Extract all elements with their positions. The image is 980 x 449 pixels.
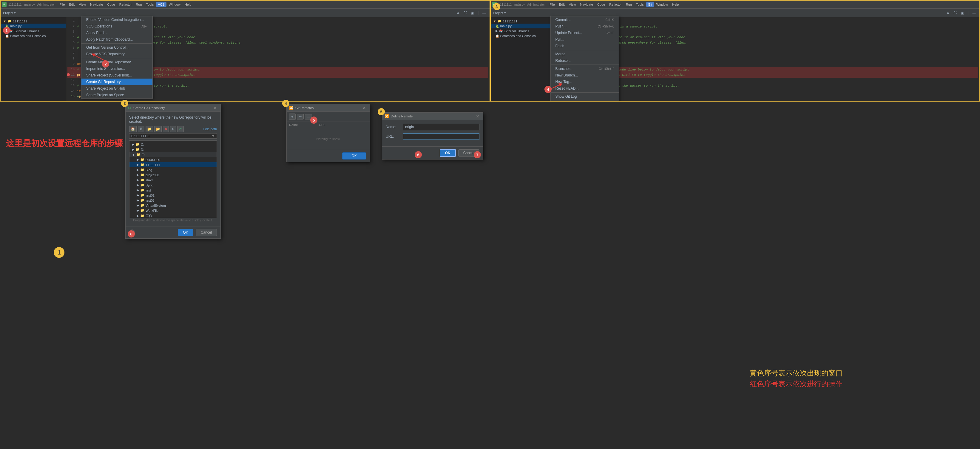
- vcs-create-git[interactable]: Create Git Repository...: [81, 78, 153, 85]
- right-menu-code[interactable]: Code: [595, 2, 607, 7]
- right-expand-btn[interactable]: ⛶: [952, 10, 958, 16]
- right-menu-run[interactable]: Run: [624, 2, 634, 7]
- git-show-log[interactable]: Show Git Log: [551, 93, 619, 100]
- tree-c[interactable]: ▶📁C:: [129, 142, 216, 147]
- tree-external-libs[interactable]: ▶ 📚 External Libraries: [1, 29, 66, 34]
- layout-btn[interactable]: ▣: [469, 10, 475, 16]
- refresh-btn[interactable]: ↻: [170, 126, 176, 132]
- define-remote-ok-btn[interactable]: OK: [440, 149, 456, 157]
- git-new-tag[interactable]: New Tag...: [551, 78, 619, 85]
- tree-test[interactable]: ▶📁test: [129, 188, 216, 193]
- edit-remote-btn[interactable]: ✏: [297, 114, 304, 120]
- menu-refactor[interactable]: Refactor: [118, 2, 134, 7]
- home-btn[interactable]: 🏠: [129, 126, 137, 132]
- right-menu-view[interactable]: View: [567, 2, 578, 7]
- tree-11111111[interactable]: ▶📁11111111: [129, 162, 216, 167]
- menu-window[interactable]: Window: [167, 2, 182, 7]
- menu-vcs[interactable]: VCS: [156, 2, 167, 7]
- right-menu-git[interactable]: Git: [646, 2, 654, 7]
- eye-btn[interactable]: 👁: [177, 126, 184, 132]
- menu-file[interactable]: File: [58, 2, 67, 7]
- badge-2: 2: [102, 60, 109, 67]
- tree-test01[interactable]: ▶📁test01: [129, 193, 216, 198]
- tree-strive[interactable]: ▶📁strive: [129, 177, 216, 182]
- right-layout-btn[interactable]: ▣: [959, 10, 966, 16]
- git-rebase[interactable]: Rebase...: [551, 58, 619, 64]
- gear-btn[interactable]: ⚙: [455, 10, 461, 16]
- right-gear-btn[interactable]: ⚙: [945, 10, 951, 16]
- right-menu-help[interactable]: Help: [670, 2, 681, 7]
- tree-root[interactable]: ▼ 📁 11111111: [1, 19, 66, 24]
- expand-btn[interactable]: ⛶: [462, 10, 468, 16]
- right-menu-window[interactable]: Window: [654, 2, 670, 7]
- git-merge[interactable]: Merge...: [551, 51, 619, 58]
- git-remotes-ok-btn[interactable]: OK: [342, 152, 366, 160]
- menu-view[interactable]: View: [77, 2, 88, 7]
- vcs-browse-repo[interactable]: Browse VCS Repository: [81, 51, 153, 58]
- right-menu-tools[interactable]: Tools: [634, 2, 646, 7]
- tree-blog[interactable]: ▶📁Blog: [129, 167, 216, 173]
- url-input[interactable]: [403, 133, 479, 140]
- tree-d[interactable]: ▶📁D:: [129, 147, 216, 152]
- desktop-btn[interactable]: 🖥: [138, 126, 145, 132]
- tree-workfile[interactable]: ▶📁WorkFile: [129, 208, 216, 213]
- right-tree-root[interactable]: ▼ 📁 11111111: [491, 19, 556, 24]
- vcs-dropdown-menu: Enable Version Control Integration... VC…: [81, 16, 153, 99]
- git-reset-head[interactable]: Reset HEAD...: [551, 85, 619, 92]
- tree-work[interactable]: ▶📁工作: [129, 213, 216, 218]
- git-commit[interactable]: Commit...Ctrl+K: [551, 16, 619, 23]
- tree-scratches[interactable]: 📋 Scratches and Consoles: [1, 34, 66, 38]
- git-push[interactable]: Push...Ctrl+Shift+K: [551, 23, 619, 30]
- tree-project00[interactable]: ▶📁project00: [129, 173, 216, 177]
- add-remote-btn[interactable]: +: [289, 113, 296, 120]
- git-fetch[interactable]: Fetch: [551, 43, 619, 49]
- tree-00000000[interactable]: ▶📁00000000: [129, 157, 216, 162]
- path-combo[interactable]: E:\11111111 ▼: [129, 133, 217, 139]
- tree-sync[interactable]: ▶📁Sync: [129, 182, 216, 188]
- vcs-import-subversion[interactable]: Import into Subversion...: [81, 66, 153, 72]
- menu-help[interactable]: Help: [183, 2, 193, 7]
- folder-btn[interactable]: 📁: [146, 126, 153, 132]
- tree-e[interactable]: ▼📁E:: [129, 152, 216, 157]
- right-menu-edit[interactable]: Edit: [557, 2, 566, 7]
- define-remote-close-btn[interactable]: ✕: [475, 114, 480, 118]
- vcs-share-github[interactable]: Share Project on GitHub: [81, 85, 153, 92]
- vcs-apply-patch[interactable]: Apply Patch...: [81, 30, 153, 36]
- git-remotes-close-btn[interactable]: ✕: [361, 105, 367, 110]
- menu-navigate[interactable]: Navigate: [88, 2, 105, 7]
- menu-run[interactable]: Run: [134, 2, 143, 7]
- right-menu-refactor[interactable]: Refactor: [608, 2, 624, 7]
- git-update-project[interactable]: Update Project...Ctrl+T: [551, 30, 619, 36]
- menu-tools[interactable]: Tools: [144, 2, 156, 7]
- hide-path-link[interactable]: Hide path: [203, 127, 217, 131]
- vcs-get-from-vcs[interactable]: Get from Version Control...: [81, 44, 153, 51]
- vcs-operations[interactable]: VCS OperationsAlt+`: [81, 23, 153, 30]
- git-branches[interactable]: Branches...Ctrl+Shift+`: [551, 66, 619, 72]
- tree-main-py[interactable]: 🐍 main.py: [1, 24, 66, 29]
- create-folder-btn[interactable]: 📂: [154, 126, 162, 132]
- vcs-enable-vcs[interactable]: Enable Version Control Integration...: [81, 16, 153, 23]
- cancel-path-btn[interactable]: ✕: [163, 126, 169, 132]
- vcs-apply-patch-clipboard[interactable]: Apply Patch from Clipboard...: [81, 36, 153, 43]
- menu-code[interactable]: Code: [105, 2, 117, 7]
- create-git-cancel-btn[interactable]: Cancel: [196, 229, 217, 236]
- git-new-branch[interactable]: New Branch...: [551, 72, 619, 78]
- git-patch[interactable]: Patch: [551, 100, 619, 102]
- minimize-btn[interactable]: —: [481, 10, 487, 16]
- menu-edit[interactable]: Edit: [67, 2, 76, 7]
- create-git-close-btn[interactable]: ✕: [212, 105, 218, 110]
- right-tree-scratches[interactable]: 📋 Scratches and Consoles: [491, 34, 556, 38]
- right-menu-file[interactable]: File: [548, 2, 557, 7]
- right-tree-main-py[interactable]: 🐍 main.py: [491, 24, 556, 29]
- vcs-share-space[interactable]: Share Project on Space: [81, 92, 153, 98]
- vcs-create-mercurial[interactable]: Create Mercurial Repository: [81, 59, 153, 66]
- git-pull[interactable]: Pull...: [551, 36, 619, 43]
- right-tree-external-libs[interactable]: ▶ 📚 External Libraries: [491, 29, 556, 34]
- create-git-ok-btn[interactable]: OK: [178, 229, 193, 236]
- name-input[interactable]: [403, 124, 479, 130]
- tree-test03[interactable]: ▶📁test03: [129, 198, 216, 203]
- right-menu-navigate[interactable]: Navigate: [579, 2, 595, 7]
- tree-virtual[interactable]: ▶📁VirtualSystem: [129, 203, 216, 208]
- right-minimize-btn[interactable]: —: [971, 10, 977, 16]
- vcs-share-subversion[interactable]: Share Project (Subversion)...: [81, 72, 153, 78]
